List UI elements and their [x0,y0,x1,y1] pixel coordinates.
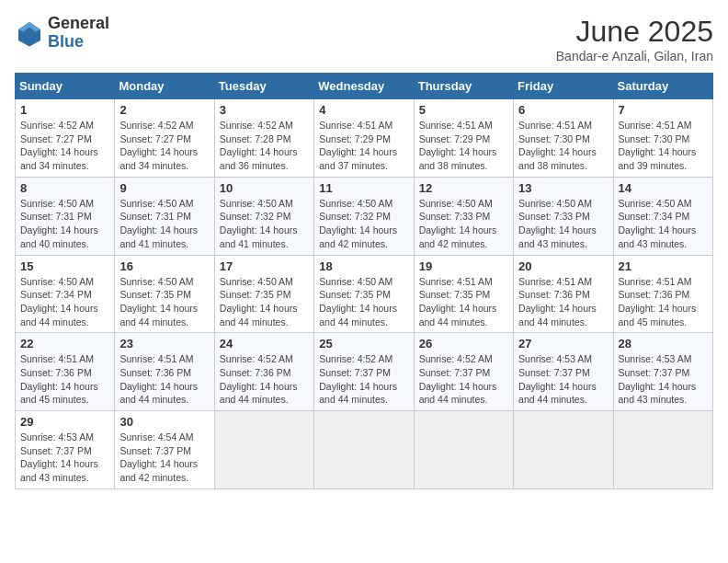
calendar-cell: 18Sunrise: 4:50 AMSunset: 7:35 PMDayligh… [314,255,414,333]
day-info: Sunrise: 4:51 AMSunset: 7:36 PMDaylight:… [20,352,109,407]
day-info: Sunrise: 4:50 AMSunset: 7:35 PMDaylight:… [319,275,408,329]
month-title: June 2025 [556,15,713,49]
calendar-cell [514,411,613,489]
day-info: Sunrise: 4:50 AMSunset: 7:34 PMDaylight:… [20,275,109,329]
day-info: Sunrise: 4:52 AMSunset: 7:27 PMDaylight:… [20,119,109,173]
calendar-cell: 22Sunrise: 4:51 AMSunset: 7:36 PMDayligh… [16,333,115,411]
calendar-cell: 1Sunrise: 4:52 AMSunset: 7:27 PMDaylight… [16,99,115,178]
day-info: Sunrise: 4:51 AMSunset: 7:29 PMDaylight:… [419,119,508,173]
calendar-cell: 2Sunrise: 4:52 AMSunset: 7:27 PMDaylight… [115,99,214,178]
calendar-cell: 30Sunrise: 4:54 AMSunset: 7:37 PMDayligh… [115,411,214,489]
day-info: Sunrise: 4:50 AMSunset: 7:33 PMDaylight:… [419,197,508,251]
page-header: General Blue June 2025 Bandar-e Anzali, … [15,15,713,63]
day-number: 5 [419,103,508,117]
weekday-header: Tuesday [214,74,313,99]
day-info: Sunrise: 4:50 AMSunset: 7:34 PMDaylight:… [619,197,708,251]
day-number: 27 [518,337,608,350]
logo-general: General [48,15,109,33]
weekday-header: Wednesday [314,74,414,99]
weekday-header: Friday [514,74,613,99]
day-number: 8 [20,181,109,195]
calendar-week-row: 22Sunrise: 4:51 AMSunset: 7:36 PMDayligh… [16,333,713,411]
calendar-cell: 4Sunrise: 4:51 AMSunset: 7:29 PMDaylight… [314,99,414,178]
logo-icon [15,18,44,48]
day-number: 29 [20,415,109,429]
calendar-cell: 26Sunrise: 4:52 AMSunset: 7:37 PMDayligh… [414,333,513,411]
day-number: 24 [220,337,309,350]
day-number: 19 [419,259,508,273]
calendar-cell: 7Sunrise: 4:51 AMSunset: 7:30 PMDaylight… [613,99,712,178]
calendar-cell: 5Sunrise: 4:51 AMSunset: 7:29 PMDaylight… [414,99,513,178]
day-info: Sunrise: 4:50 AMSunset: 7:31 PMDaylight:… [119,197,209,251]
calendar-cell: 8Sunrise: 4:50 AMSunset: 7:31 PMDaylight… [16,177,115,255]
calendar-cell: 12Sunrise: 4:50 AMSunset: 7:33 PMDayligh… [414,177,513,255]
weekday-header: Sunday [16,74,115,99]
day-number: 13 [518,181,608,195]
calendar-cell: 27Sunrise: 4:53 AMSunset: 7:37 PMDayligh… [514,333,613,411]
day-number: 21 [619,259,708,273]
calendar-cell: 17Sunrise: 4:50 AMSunset: 7:35 PMDayligh… [214,255,313,333]
calendar-week-row: 29Sunrise: 4:53 AMSunset: 7:37 PMDayligh… [16,411,713,489]
day-info: Sunrise: 4:50 AMSunset: 7:33 PMDaylight:… [518,197,608,251]
calendar-cell: 21Sunrise: 4:51 AMSunset: 7:36 PMDayligh… [613,255,712,333]
day-number: 16 [119,259,209,273]
calendar-week-row: 8Sunrise: 4:50 AMSunset: 7:31 PMDaylight… [16,177,713,255]
calendar-cell: 14Sunrise: 4:50 AMSunset: 7:34 PMDayligh… [613,177,712,255]
day-number: 18 [319,259,408,273]
day-info: Sunrise: 4:52 AMSunset: 7:27 PMDaylight:… [119,119,209,173]
day-number: 3 [220,103,309,117]
day-number: 25 [319,337,408,350]
calendar-cell [613,411,712,489]
calendar-cell: 25Sunrise: 4:52 AMSunset: 7:37 PMDayligh… [314,333,414,411]
calendar-cell: 9Sunrise: 4:50 AMSunset: 7:31 PMDaylight… [115,177,214,255]
day-info: Sunrise: 4:51 AMSunset: 7:36 PMDaylight:… [518,275,608,329]
day-info: Sunrise: 4:52 AMSunset: 7:36 PMDaylight:… [220,352,309,407]
logo-text: General Blue [48,15,109,52]
calendar-header-row: SundayMondayTuesdayWednesdayThursdayFrid… [16,74,713,99]
day-number: 11 [319,181,408,195]
title-block: June 2025 Bandar-e Anzali, Gilan, Iran [556,15,713,63]
day-info: Sunrise: 4:50 AMSunset: 7:31 PMDaylight:… [20,197,109,251]
day-info: Sunrise: 4:50 AMSunset: 7:35 PMDaylight:… [119,275,209,329]
day-info: Sunrise: 4:53 AMSunset: 7:37 PMDaylight:… [619,352,708,407]
calendar-cell [414,411,513,489]
day-number: 23 [119,337,209,350]
calendar-cell: 11Sunrise: 4:50 AMSunset: 7:32 PMDayligh… [314,177,414,255]
calendar-cell: 13Sunrise: 4:50 AMSunset: 7:33 PMDayligh… [514,177,613,255]
weekday-header: Thursday [414,74,513,99]
day-info: Sunrise: 4:54 AMSunset: 7:37 PMDaylight:… [119,431,209,485]
day-info: Sunrise: 4:53 AMSunset: 7:37 PMDaylight:… [20,431,109,485]
calendar-cell: 6Sunrise: 4:51 AMSunset: 7:30 PMDaylight… [514,99,613,178]
day-number: 15 [20,259,109,273]
day-info: Sunrise: 4:52 AMSunset: 7:28 PMDaylight:… [220,119,309,173]
day-info: Sunrise: 4:51 AMSunset: 7:29 PMDaylight:… [319,119,408,173]
day-info: Sunrise: 4:51 AMSunset: 7:36 PMDaylight:… [119,352,209,407]
calendar-cell: 16Sunrise: 4:50 AMSunset: 7:35 PMDayligh… [115,255,214,333]
calendar-cell: 29Sunrise: 4:53 AMSunset: 7:37 PMDayligh… [16,411,115,489]
calendar-cell: 20Sunrise: 4:51 AMSunset: 7:36 PMDayligh… [514,255,613,333]
calendar-cell: 24Sunrise: 4:52 AMSunset: 7:36 PMDayligh… [214,333,313,411]
day-number: 20 [518,259,608,273]
weekday-header: Saturday [613,74,712,99]
day-number: 28 [619,337,708,350]
day-number: 2 [119,103,209,117]
logo: General Blue [15,15,109,52]
day-info: Sunrise: 4:51 AMSunset: 7:35 PMDaylight:… [419,275,508,329]
calendar-cell [214,411,313,489]
day-number: 12 [419,181,508,195]
calendar-week-row: 15Sunrise: 4:50 AMSunset: 7:34 PMDayligh… [16,255,713,333]
day-info: Sunrise: 4:50 AMSunset: 7:35 PMDaylight:… [220,275,309,329]
day-info: Sunrise: 4:51 AMSunset: 7:30 PMDaylight:… [518,119,608,173]
calendar-cell: 10Sunrise: 4:50 AMSunset: 7:32 PMDayligh… [214,177,313,255]
location-subtitle: Bandar-e Anzali, Gilan, Iran [556,49,713,63]
day-number: 4 [319,103,408,117]
day-info: Sunrise: 4:51 AMSunset: 7:36 PMDaylight:… [619,275,708,329]
calendar-cell: 23Sunrise: 4:51 AMSunset: 7:36 PMDayligh… [115,333,214,411]
day-number: 7 [619,103,708,117]
calendar-cell: 19Sunrise: 4:51 AMSunset: 7:35 PMDayligh… [414,255,513,333]
day-info: Sunrise: 4:53 AMSunset: 7:37 PMDaylight:… [518,352,608,407]
day-number: 17 [220,259,309,273]
day-number: 14 [619,181,708,195]
day-info: Sunrise: 4:51 AMSunset: 7:30 PMDaylight:… [619,119,708,173]
day-info: Sunrise: 4:50 AMSunset: 7:32 PMDaylight:… [319,197,408,251]
